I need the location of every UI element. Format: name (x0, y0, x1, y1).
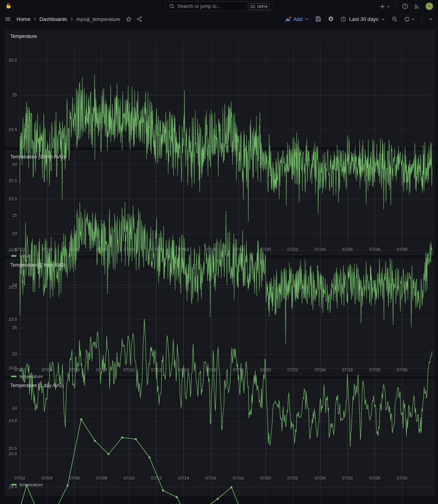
share-icon (136, 16, 142, 22)
chevron-down-icon (381, 17, 385, 21)
star-icon (126, 16, 132, 22)
favorite-button[interactable] (126, 16, 132, 22)
new-button[interactable] (379, 4, 391, 9)
grafana-logo[interactable] (5, 2, 13, 10)
time-range-picker[interactable]: Last 30 days (340, 16, 385, 22)
gear-icon (328, 16, 334, 22)
svg-text:?: ? (404, 4, 406, 8)
add-button-label: Add (293, 16, 302, 22)
breadcrumb-home[interactable]: Home (17, 16, 30, 22)
add-panel-icon (285, 16, 291, 22)
search-input[interactable]: Search or jump to... ctrl+k (166, 2, 272, 11)
breadcrumb: Home Dashboards mysql_temperature (17, 16, 142, 22)
menu-icon (5, 16, 11, 22)
panel-title[interactable]: Temperature (6, 30, 434, 39)
dashboard-settings-button[interactable] (328, 16, 334, 22)
panel-temperature-1hour-avg: Temperature (1 hour AVG) temperature (5, 259, 435, 376)
panel-title[interactable]: Temperature (1 hour AVG) (6, 259, 434, 268)
share-button[interactable] (136, 16, 142, 22)
menu-button[interactable] (5, 16, 11, 22)
refresh-button[interactable] (404, 16, 415, 22)
add-button[interactable]: Add (285, 16, 309, 22)
plus-icon (379, 4, 385, 9)
divider (421, 16, 422, 22)
breadcrumb-dashboards[interactable]: Dashboards (40, 16, 67, 22)
save-dashboard-button[interactable] (315, 16, 321, 22)
search-shortcut: ctrl+k (248, 3, 270, 10)
dashboard-toolbar: Home Dashboards mysql_temperature (0, 13, 438, 25)
temperature-1day-chart-canvas[interactable] (6, 388, 434, 504)
breadcrumb-current: mysql_temperature (76, 16, 120, 22)
chevron-right-icon (33, 17, 37, 21)
panel-title[interactable]: Temperature (1 day AVG) (6, 380, 434, 388)
nav-actions: ? (379, 2, 433, 10)
panel-temperature-1day-avg: Temperature (1 day AVG) temperature (5, 379, 435, 496)
chevron-down-icon (386, 4, 391, 9)
zoom-out-button[interactable] (392, 16, 398, 22)
refresh-icon (404, 16, 410, 22)
panel-title[interactable]: Temperature (10min AVG) (6, 151, 434, 160)
collapse-toolbar-button[interactable] (428, 17, 433, 22)
avatar[interactable] (425, 2, 433, 10)
save-icon (315, 16, 321, 22)
panel-temperature: Temperature value (5, 30, 435, 147)
help-icon: ? (402, 3, 408, 9)
search-placeholder: Search or jump to... (177, 4, 248, 9)
divider (396, 3, 396, 9)
time-range-label: Last 30 days (349, 16, 378, 22)
rss-icon (414, 4, 420, 9)
chevron-down-icon (304, 17, 309, 21)
panel-temperature-10min-avg: Temperature (10min AVG) temperature (5, 150, 435, 255)
keyboard-icon (250, 4, 255, 9)
news-button[interactable] (414, 4, 420, 9)
search-icon (169, 4, 175, 9)
top-nav: Search or jump to... ctrl+k ? (0, 0, 438, 13)
chevron-down-icon (411, 17, 415, 21)
clock-icon (340, 16, 346, 22)
dashboard-panels: Temperature value Temperature (10min AVG… (0, 25, 438, 496)
toolbar-actions: Add Last 30 days (285, 16, 433, 22)
zoom-out-icon (392, 16, 398, 22)
chevron-up-icon (428, 17, 433, 22)
help-button[interactable]: ? (402, 3, 408, 9)
chevron-right-icon (70, 17, 74, 21)
